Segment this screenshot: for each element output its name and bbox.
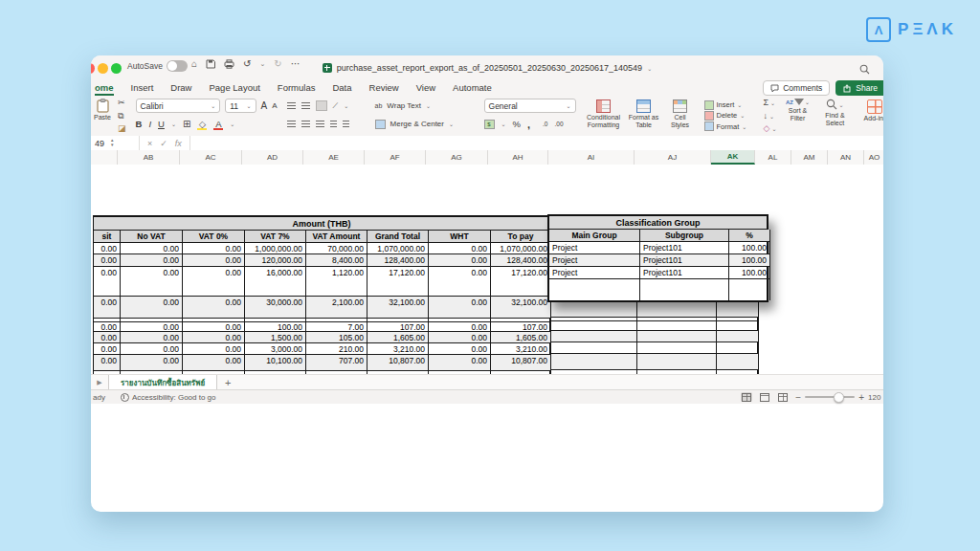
table-cell[interactable] [551, 331, 637, 342]
table-cell[interactable]: 70,000.00 [306, 243, 368, 254]
table-cell[interactable] [637, 342, 717, 354]
increase-font-icon[interactable]: A [261, 100, 268, 111]
zoom-window-icon[interactable] [111, 63, 122, 74]
fill-color-icon[interactable]: ◇ [197, 119, 207, 129]
column-header-an[interactable]: AN [828, 150, 864, 165]
align-bottom-icon[interactable] [316, 100, 327, 111]
menu-tab-page-layout[interactable]: Page Layout [200, 81, 268, 96]
search-icon[interactable] [859, 61, 870, 78]
table-cell[interactable]: 32,100.00 [491, 297, 551, 319]
classification-cell[interactable]: 100.00 [729, 267, 770, 279]
autosum-icon[interactable]: Σ [764, 99, 769, 107]
table-cell[interactable]: 210.00 [306, 343, 368, 355]
add-sheet-icon[interactable]: + [217, 375, 238, 390]
insert-cells-button[interactable]: Insert ⌄ [704, 99, 754, 110]
table-cell[interactable]: 0.00 [183, 322, 245, 332]
table-cell[interactable]: 1,605.00 [368, 332, 429, 343]
table-cell[interactable]: 0.00 [429, 343, 491, 355]
table-cell[interactable] [717, 321, 759, 331]
table-cell[interactable]: 0.00 [429, 332, 491, 343]
align-right-icon[interactable] [316, 121, 324, 127]
table-cell[interactable]: 0.00 [94, 322, 121, 332]
classification-empty-cell[interactable] [549, 279, 640, 300]
table-cell[interactable]: 0.00 [429, 267, 491, 297]
column-header-ak[interactable]: AK [711, 150, 755, 165]
align-top-icon[interactable] [287, 102, 296, 109]
name-box[interactable]: 49 ▲ ▼ [91, 136, 140, 150]
home-icon[interactable]: ⌂ [191, 59, 197, 69]
table-cell[interactable]: 0.00 [429, 254, 491, 267]
increase-indent-icon[interactable] [343, 121, 349, 127]
classification-cell[interactable]: Project [549, 242, 640, 254]
table-cell[interactable]: 0.00 [121, 322, 183, 332]
table-cell[interactable]: 0.00 [121, 332, 183, 343]
align-middle-icon[interactable] [301, 102, 310, 109]
table-cell[interactable]: 2,100.00 [306, 297, 368, 319]
table-cell[interactable]: 7.00 [306, 322, 368, 332]
autosave-toggle[interactable]: AutoSave [127, 60, 188, 72]
column-header-aj[interactable]: AJ [635, 150, 711, 165]
menu-tab-formulas[interactable]: Formulas [269, 81, 324, 96]
table-cell[interactable]: 100.00 [245, 322, 306, 332]
undo-icon[interactable]: ↺ [243, 59, 251, 69]
column-header-ai[interactable]: AI [548, 150, 635, 165]
format-cells-button[interactable]: Format ⌄ [704, 121, 754, 132]
paste-button[interactable]: Paste [92, 99, 113, 133]
table-cell[interactable]: 0.00 [429, 243, 491, 254]
table-cell[interactable]: 128,400.00 [368, 254, 429, 267]
print-icon[interactable] [224, 59, 234, 69]
table-cell[interactable] [717, 354, 759, 370]
table-cell[interactable]: 1,500.00 [245, 332, 306, 343]
table-cell[interactable]: 0.00 [183, 297, 245, 319]
cancel-icon[interactable]: × [147, 139, 152, 148]
table-cell[interactable]: 0.00 [121, 267, 183, 297]
find-select-button[interactable]: ⌄ Find & Select [818, 99, 851, 127]
table-cell[interactable]: 120,000.00 [245, 254, 306, 267]
classification-cell[interactable]: 100.00 [729, 242, 770, 254]
table-cell[interactable]: 17,120.00 [368, 267, 429, 297]
accessibility-status[interactable]: Accessibility: Good to go [121, 393, 216, 402]
table-cell[interactable]: 3,210.00 [491, 343, 551, 355]
column-header-partial[interactable] [91, 150, 118, 165]
font-size-select[interactable]: 11 ⌄ [225, 99, 256, 113]
table-cell[interactable]: 0.00 [183, 243, 245, 254]
table-cell[interactable]: 0.00 [183, 332, 245, 343]
save-icon[interactable] [206, 59, 215, 69]
table-cell[interactable]: 1,000,000.00 [245, 243, 306, 254]
table-cell[interactable] [717, 331, 759, 342]
share-button[interactable]: Share [835, 80, 883, 96]
table-cell[interactable]: 0.00 [121, 254, 183, 267]
column-header-ab[interactable]: AB [118, 150, 180, 165]
autosave-switch[interactable] [167, 60, 188, 72]
sheet-area[interactable]: Amount (THB)sitNo VATVAT 0%VAT 7%VAT Amo… [91, 165, 883, 483]
classification-cell[interactable]: Project101 [640, 254, 729, 267]
zoom-out-icon[interactable]: − [795, 392, 801, 403]
menu-tab-draw[interactable]: Draw [162, 81, 200, 96]
merge-center-button[interactable]: Merge & Center [390, 120, 444, 128]
sheet-tab-active[interactable]: รายงานบันทึกซื้อสินทรัพย์ [108, 375, 217, 390]
table-cell[interactable]: 0.00 [94, 297, 121, 319]
number-format-select[interactable]: General ⌄ [484, 99, 576, 113]
delete-cells-button[interactable]: Delete ⌄ [704, 110, 754, 121]
zoom-in-icon[interactable]: + [858, 392, 864, 403]
classification-cell[interactable]: 100.00 [729, 254, 770, 267]
table-cell[interactable]: 0.00 [121, 243, 183, 254]
table-cell[interactable] [551, 342, 637, 354]
font-name-select[interactable]: Calibri ⌄ [136, 99, 221, 113]
table-cell[interactable]: 10,807.00 [368, 355, 429, 371]
wrap-text-button[interactable]: Wrap Text [387, 101, 421, 110]
table-cell[interactable]: 3,210.00 [368, 343, 429, 355]
table-cell[interactable]: 0.00 [121, 297, 183, 319]
normal-view-icon[interactable] [741, 392, 752, 402]
table-cell[interactable]: 107.00 [491, 322, 551, 332]
table-cell[interactable]: 107.00 [368, 322, 429, 332]
menu-tab-automate[interactable]: Automate [444, 81, 501, 96]
borders-icon[interactable]: ⊞ [183, 120, 190, 129]
menu-tab-insert[interactable]: Insert [122, 81, 163, 96]
menu-tab-view[interactable]: View [408, 81, 444, 96]
insert-function-icon[interactable]: fx [175, 139, 182, 148]
table-cell[interactable] [551, 321, 637, 331]
table-cell[interactable]: 0.00 [94, 254, 121, 267]
orientation-icon[interactable]: ⟋ [333, 102, 339, 110]
table-cell[interactable]: 3,000.00 [245, 343, 306, 355]
